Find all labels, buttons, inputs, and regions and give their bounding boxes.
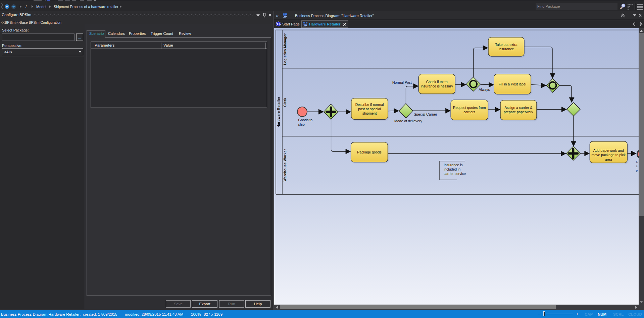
svg-text:Model: Model [36, 5, 46, 9]
svg-text:Describe if normal: Describe if normal [355, 103, 384, 107]
svg-text:Take out extra: Take out extra [495, 43, 517, 47]
svg-text:Clerk: Clerk [283, 98, 287, 107]
svg-text:Package goods: Package goods [357, 150, 381, 154]
svg-text:Special Carrier: Special Carrier [414, 112, 437, 116]
svg-text:/: / [26, 4, 27, 9]
svg-text:Logistics Manager: Logistics Manager [283, 33, 287, 65]
svg-text:ship: ship [298, 122, 305, 126]
svg-text:Request quotes from: Request quotes from [453, 106, 486, 110]
svg-text:G: G [636, 160, 638, 164]
svg-text:Check if extra: Check if extra [426, 80, 448, 84]
svg-text:prepare paperwork: prepare paperwork [504, 110, 534, 114]
svg-text:Insurance is: Insurance is [444, 163, 463, 167]
svg-text:post or special: post or special [358, 107, 381, 111]
svg-text:Mode of delievery: Mode of delievery [394, 119, 423, 123]
svg-text:Fill in a Post label: Fill in a Post label [499, 82, 526, 86]
svg-text:shipment: shipment [362, 111, 377, 115]
svg-text:p: p [636, 169, 638, 172]
svg-text:Goods to: Goods to [298, 118, 313, 122]
svg-text:s: s [636, 165, 638, 168]
svg-text:insurance: insurance [499, 47, 514, 51]
svg-text:Normal Post: Normal Post [392, 80, 412, 84]
svg-text:carrier service: carrier service [444, 172, 466, 176]
svg-text:insurance is nessary: insurance is nessary [421, 84, 453, 88]
svg-text:move package to pick: move package to pick [592, 153, 626, 157]
svg-text:Shipment Process of a hardware: Shipment Process of a hardware retailer [54, 5, 118, 9]
svg-text:Assign a carrier &: Assign a carrier & [505, 106, 533, 110]
svg-text:Warehouse Worker: Warehouse Worker [283, 149, 287, 182]
svg-text:included in: included in [444, 167, 460, 171]
svg-text:carriers: carriers [463, 110, 475, 114]
svg-text:Add paperwork and: Add paperwork and [593, 148, 624, 152]
svg-text:Always: Always [479, 87, 490, 91]
svg-text:Hardware Retailer: Hardware Retailer [277, 97, 281, 128]
svg-text:area: area [605, 157, 612, 162]
